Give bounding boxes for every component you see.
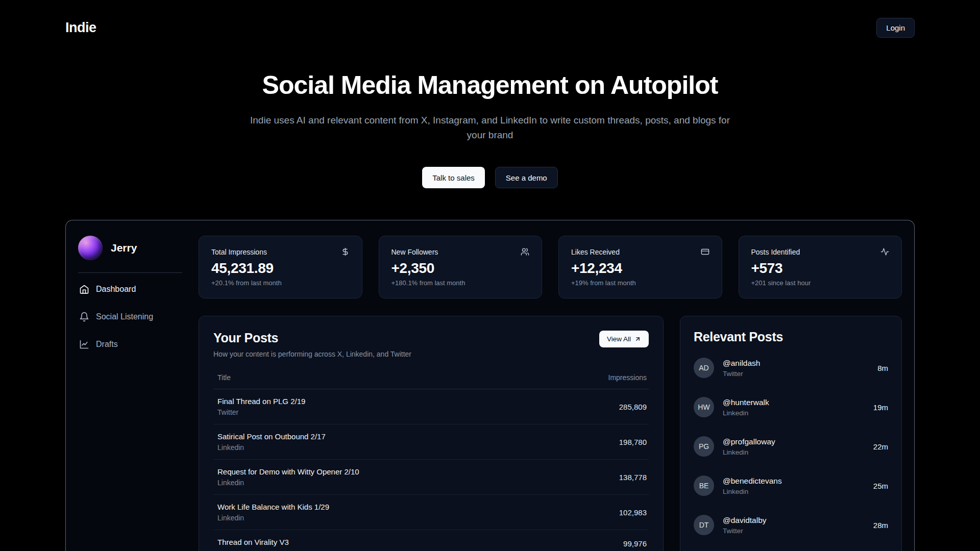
dashboard-panel: Jerry Dashboard Social Listening Drafts … [65, 220, 915, 551]
post-handle: @anildash [723, 359, 877, 368]
posts-table: Title Impressions Final Thread on PLG 2/… [213, 373, 649, 551]
your-posts-subtitle: How your content is performing across X,… [213, 350, 411, 358]
dashboard-content-row: Your Posts How your content is performin… [199, 316, 902, 551]
post-platform: Linkedin [723, 488, 873, 495]
activity-icon [880, 247, 889, 256]
post-impressions: 198,780 [619, 438, 647, 446]
stat-value: +12,234 [571, 260, 709, 277]
stat-label: New Followers [391, 248, 438, 256]
stat-value: +573 [751, 260, 890, 277]
list-item[interactable]: BE @benedictevans Linkedin 25m [694, 475, 888, 496]
table-row[interactable]: Work Life Balance with Kids 1/29 Linkedi… [213, 495, 649, 530]
sidebar-item-dashboard[interactable]: Dashboard [78, 278, 182, 300]
list-item[interactable]: AD @anildash Twitter 8m [694, 358, 888, 378]
relevant-posts-list: AD @anildash Twitter 8m HW @hunterwalk L… [694, 358, 888, 551]
hero-title: Social Media Management on Autopilot [0, 70, 980, 100]
post-time: 19m [873, 403, 888, 412]
relevant-posts-panel: Relevant Posts AD @anildash Twitter 8m H… [680, 316, 902, 551]
post-platform: Linkedin [723, 409, 873, 417]
avatar: BE [694, 475, 714, 496]
credit-card-icon [701, 247, 709, 256]
hero-cta-group: Talk to sales See a demo [0, 167, 980, 188]
home-icon [79, 284, 89, 294]
post-title: Thread on Virality V3 [217, 538, 289, 546]
post-platform: Linkedin [217, 479, 359, 487]
column-impressions: Impressions [608, 373, 647, 382]
sidebar-divider [78, 272, 182, 273]
post-time: 8m [877, 364, 888, 372]
brand-logo[interactable]: Indie [65, 20, 96, 36]
dollar-icon [341, 247, 350, 256]
post-platform: Linkedin [723, 448, 873, 456]
dashboard-sidebar: Jerry Dashboard Social Listening Drafts [78, 236, 182, 551]
list-item[interactable]: PG @profgalloway Linkedin 22m [694, 436, 888, 457]
post-title: Satirical Post on Outbound 2/17 [217, 432, 326, 441]
table-row[interactable]: Final Thread on PLG 2/19 Twitter 285,809 [213, 389, 649, 424]
view-all-label: View All [607, 335, 631, 343]
stat-card-likes-received: Likes Received +12,234 +19% from last mo… [558, 236, 722, 298]
avatar: HW [694, 397, 714, 417]
stat-label: Likes Received [571, 248, 620, 256]
stat-value: 45,231.89 [211, 260, 350, 277]
sidebar-item-label: Dashboard [96, 285, 136, 294]
talk-to-sales-button[interactable]: Talk to sales [422, 167, 485, 188]
stat-delta: +20.1% from last month [211, 279, 350, 287]
stat-delta: +180.1% from last month [391, 279, 530, 287]
posts-table-header: Title Impressions [213, 373, 649, 389]
see-a-demo-button[interactable]: See a demo [495, 167, 558, 188]
relevant-posts-title: Relevant Posts [694, 330, 888, 344]
table-row[interactable]: Request for Demo with Witty Opener 2/10 … [213, 460, 649, 495]
post-platform: Linkedin [217, 443, 326, 452]
table-row[interactable]: Satirical Post on Outbound 2/17 Linkedin… [213, 424, 649, 460]
post-impressions: 102,983 [619, 508, 647, 517]
list-item[interactable]: HW @hunterwalk Linkedin 19m [694, 397, 888, 417]
user-name: Jerry [111, 242, 137, 254]
post-impressions: 99,976 [623, 539, 647, 548]
stat-delta: +19% from last month [571, 279, 709, 287]
post-platform: Twitter [723, 370, 877, 378]
sidebar-item-label: Social Listening [96, 312, 153, 321]
stat-card-new-followers: New Followers +2,350 +180.1% from last m… [379, 236, 543, 298]
post-time: 25m [873, 482, 888, 490]
post-platform: Twitter [217, 408, 305, 416]
stat-label: Total Impressions [211, 248, 267, 256]
post-impressions: 285,809 [619, 403, 647, 411]
post-time: 28m [873, 521, 888, 530]
arrow-up-right-icon [634, 336, 641, 342]
post-platform: Linkedin [217, 514, 329, 522]
column-title: Title [217, 373, 231, 382]
bell-icon [79, 312, 89, 322]
stat-card-posts-identified: Posts Identified +573 +201 since last ho… [739, 236, 902, 298]
stats-row: Total Impressions 45,231.89 +20.1% from … [199, 236, 902, 298]
user-profile[interactable]: Jerry [78, 236, 182, 260]
line-chart-icon [79, 339, 89, 349]
hero-section: Social Media Management on Autopilot Ind… [0, 70, 980, 188]
your-posts-title: Your Posts [213, 331, 411, 345]
your-posts-panel: Your Posts How your content is performin… [199, 316, 664, 551]
stat-value: +2,350 [391, 260, 530, 277]
view-all-button[interactable]: View All [599, 331, 649, 347]
dashboard-main: Total Impressions 45,231.89 +20.1% from … [199, 236, 902, 551]
user-avatar [78, 236, 103, 260]
top-navbar: Indie Login [0, 0, 980, 43]
post-platform: Twitter [723, 527, 873, 535]
users-icon [521, 247, 529, 256]
stat-card-total-impressions: Total Impressions 45,231.89 +20.1% from … [199, 236, 362, 298]
table-row[interactable]: Thread on Virality V3 99,976 [213, 530, 649, 551]
sidebar-item-social-listening[interactable]: Social Listening [78, 306, 182, 328]
post-title: Work Life Balance with Kids 1/29 [217, 503, 329, 511]
login-button[interactable]: Login [876, 18, 915, 38]
avatar: DT [694, 515, 714, 535]
post-handle: @benedictevans [723, 477, 873, 486]
list-item[interactable]: DT @davidtalby Twitter 28m [694, 515, 888, 535]
sidebar-item-drafts[interactable]: Drafts [78, 333, 182, 356]
post-title: Final Thread on PLG 2/19 [217, 397, 305, 406]
stat-delta: +201 since last hour [751, 279, 890, 287]
post-handle: @hunterwalk [723, 398, 873, 407]
avatar: AD [694, 358, 714, 378]
post-handle: @davidtalby [723, 516, 873, 525]
post-time: 22m [873, 442, 888, 451]
avatar: PG [694, 436, 714, 457]
post-title: Request for Demo with Witty Opener 2/10 [217, 467, 359, 476]
hero-subtitle: Indie uses AI and relevant content from … [240, 113, 740, 142]
